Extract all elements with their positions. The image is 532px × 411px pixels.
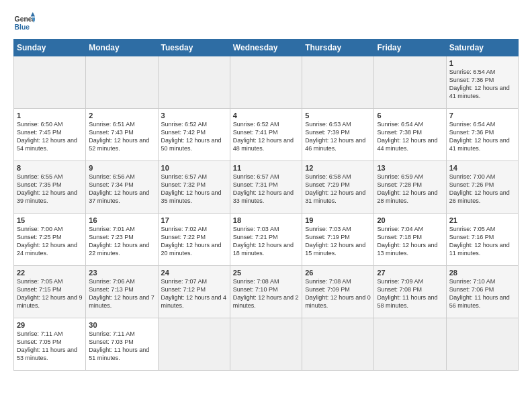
day-number: 19 (305, 216, 371, 224)
week-row-1: 1Sunrise: 6:54 AMSunset: 7:36 PMDaylight… (14, 56, 519, 109)
cell-content: Sunrise: 6:52 AMSunset: 7:42 PMDaylight:… (161, 121, 222, 152)
cell-content: Sunrise: 7:04 AMSunset: 7:18 PMDaylight:… (377, 226, 437, 257)
calendar-cell: 6Sunrise: 6:54 AMSunset: 7:38 PMDaylight… (374, 109, 446, 161)
day-header-wednesday: Wednesday (230, 40, 302, 56)
day-number: 17 (161, 216, 227, 224)
calendar-cell (230, 318, 302, 371)
calendar-cell: 11Sunrise: 6:57 AMSunset: 7:31 PMDayligh… (230, 161, 302, 214)
day-number: 28 (449, 269, 515, 277)
cell-content: Sunrise: 6:51 AMSunset: 7:43 PMDaylight:… (89, 121, 149, 152)
day-number: 29 (17, 321, 83, 329)
calendar-cell (158, 56, 230, 109)
cell-content: Sunrise: 6:55 AMSunset: 7:35 PMDaylight:… (17, 173, 77, 204)
cell-content: Sunrise: 7:07 AMSunset: 7:12 PMDaylight:… (161, 278, 227, 309)
calendar-cell: 8Sunrise: 6:55 AMSunset: 7:35 PMDaylight… (14, 161, 86, 214)
calendar-cell: 9Sunrise: 6:56 AMSunset: 7:34 PMDaylight… (86, 161, 158, 214)
day-number: 15 (17, 216, 83, 224)
cell-content: Sunrise: 7:03 AMSunset: 7:19 PMDaylight:… (305, 226, 365, 257)
cell-content: Sunrise: 7:06 AMSunset: 7:13 PMDaylight:… (89, 278, 154, 309)
header: General Blue (13, 12, 519, 34)
page: General Blue SundayMondayTuesdayWednesda… (0, 0, 532, 377)
calendar-cell: 5Sunrise: 6:53 AMSunset: 7:39 PMDaylight… (302, 109, 374, 161)
cell-content: Sunrise: 6:59 AMSunset: 7:28 PMDaylight:… (377, 173, 437, 204)
day-number: 1 (17, 111, 83, 120)
calendar-cell: 15Sunrise: 7:00 AMSunset: 7:25 PMDayligh… (14, 214, 86, 266)
week-row-3: 8Sunrise: 6:55 AMSunset: 7:35 PMDaylight… (14, 161, 519, 214)
day-number: 27 (377, 269, 443, 277)
day-number: 24 (161, 269, 227, 277)
calendar-cell: 27Sunrise: 7:09 AMSunset: 7:08 PMDayligh… (374, 266, 446, 318)
logo-icon: General Blue (13, 12, 35, 34)
cell-content: Sunrise: 6:54 AMSunset: 7:38 PMDaylight:… (377, 121, 437, 152)
cell-content: Sunrise: 6:52 AMSunset: 7:41 PMDaylight:… (233, 121, 294, 152)
calendar-cell (14, 56, 86, 109)
cell-content: Sunrise: 6:54 AMSunset: 7:36 PMDaylight:… (449, 68, 510, 99)
cell-content: Sunrise: 6:54 AMSunset: 7:36 PMDaylight:… (449, 121, 510, 152)
calendar-cell: 2Sunrise: 6:51 AMSunset: 7:43 PMDaylight… (86, 109, 158, 161)
calendar-cell (86, 56, 158, 109)
day-number: 10 (161, 164, 227, 172)
calendar-cell: 29Sunrise: 7:11 AMSunset: 7:05 PMDayligh… (14, 318, 86, 371)
cell-content: Sunrise: 6:53 AMSunset: 7:39 PMDaylight:… (305, 121, 365, 152)
day-header-saturday: Saturday (446, 40, 518, 56)
calendar-cell: 3Sunrise: 6:52 AMSunset: 7:42 PMDaylight… (158, 109, 230, 161)
day-number: 1 (449, 59, 515, 67)
calendar-cell: 25Sunrise: 7:08 AMSunset: 7:10 PMDayligh… (230, 266, 302, 318)
day-number: 8 (17, 164, 83, 172)
cell-content: Sunrise: 6:57 AMSunset: 7:32 PMDaylight:… (161, 173, 222, 204)
calendar-cell: 13Sunrise: 6:59 AMSunset: 7:28 PMDayligh… (374, 161, 446, 214)
day-number: 6 (377, 111, 443, 120)
calendar-cell: 19Sunrise: 7:03 AMSunset: 7:19 PMDayligh… (302, 214, 374, 266)
day-number: 20 (377, 216, 443, 224)
day-number: 16 (89, 216, 154, 224)
calendar-cell (302, 56, 374, 109)
calendar-cell: 16Sunrise: 7:01 AMSunset: 7:23 PMDayligh… (86, 214, 158, 266)
calendar-cell: 26Sunrise: 7:08 AMSunset: 7:09 PMDayligh… (302, 266, 374, 318)
calendar-body: 1Sunrise: 6:54 AMSunset: 7:36 PMDaylight… (14, 56, 519, 371)
day-number: 21 (449, 216, 515, 224)
week-row-6: 29Sunrise: 7:11 AMSunset: 7:05 PMDayligh… (14, 318, 519, 371)
cell-content: Sunrise: 6:57 AMSunset: 7:31 PMDaylight:… (233, 173, 294, 204)
day-number: 11 (233, 164, 299, 172)
calendar-table: SundayMondayTuesdayWednesdayThursdayFrid… (13, 39, 519, 371)
calendar-cell: 20Sunrise: 7:04 AMSunset: 7:18 PMDayligh… (374, 214, 446, 266)
day-number: 13 (377, 164, 443, 172)
calendar-cell (230, 56, 302, 109)
day-number: 3 (161, 111, 227, 120)
day-number: 18 (233, 216, 299, 224)
cell-content: Sunrise: 7:05 AMSunset: 7:16 PMDaylight:… (449, 226, 510, 257)
cell-content: Sunrise: 7:09 AMSunset: 7:08 PMDaylight:… (377, 278, 437, 309)
day-header-tuesday: Tuesday (158, 40, 230, 56)
calendar-cell (302, 318, 374, 371)
calendar-cell (446, 318, 518, 371)
day-number: 4 (233, 111, 299, 120)
day-number: 2 (89, 111, 154, 120)
cell-content: Sunrise: 7:00 AMSunset: 7:25 PMDaylight:… (17, 226, 77, 257)
cell-content: Sunrise: 6:50 AMSunset: 7:45 PMDaylight:… (17, 121, 77, 152)
cell-content: Sunrise: 7:02 AMSunset: 7:22 PMDaylight:… (161, 226, 222, 257)
calendar-cell: 1Sunrise: 6:50 AMSunset: 7:45 PMDaylight… (14, 109, 86, 161)
svg-text:Blue: Blue (15, 24, 30, 31)
cell-content: Sunrise: 7:08 AMSunset: 7:10 PMDaylight:… (233, 278, 299, 309)
day-header-thursday: Thursday (302, 40, 374, 56)
day-number: 25 (233, 269, 299, 277)
cell-content: Sunrise: 7:11 AMSunset: 7:05 PMDaylight:… (17, 330, 77, 361)
day-header-friday: Friday (374, 40, 446, 56)
calendar-cell: 17Sunrise: 7:02 AMSunset: 7:22 PMDayligh… (158, 214, 230, 266)
day-number: 14 (449, 164, 515, 172)
calendar-cell (374, 56, 446, 109)
day-number: 23 (89, 269, 154, 277)
calendar-cell: 18Sunrise: 7:03 AMSunset: 7:21 PMDayligh… (230, 214, 302, 266)
week-row-5: 22Sunrise: 7:05 AMSunset: 7:15 PMDayligh… (14, 266, 519, 318)
day-number: 30 (89, 321, 154, 329)
week-row-4: 15Sunrise: 7:00 AMSunset: 7:25 PMDayligh… (14, 214, 519, 266)
day-number: 26 (305, 269, 371, 277)
cell-content: Sunrise: 7:00 AMSunset: 7:26 PMDaylight:… (449, 173, 510, 204)
day-number: 7 (449, 111, 515, 120)
calendar-cell: 23Sunrise: 7:06 AMSunset: 7:13 PMDayligh… (86, 266, 158, 318)
day-number: 22 (17, 269, 83, 277)
cell-content: Sunrise: 7:10 AMSunset: 7:06 PMDaylight:… (449, 278, 510, 309)
calendar-cell: 24Sunrise: 7:07 AMSunset: 7:12 PMDayligh… (158, 266, 230, 318)
day-header-sunday: Sunday (14, 40, 86, 56)
day-number: 9 (89, 164, 154, 172)
